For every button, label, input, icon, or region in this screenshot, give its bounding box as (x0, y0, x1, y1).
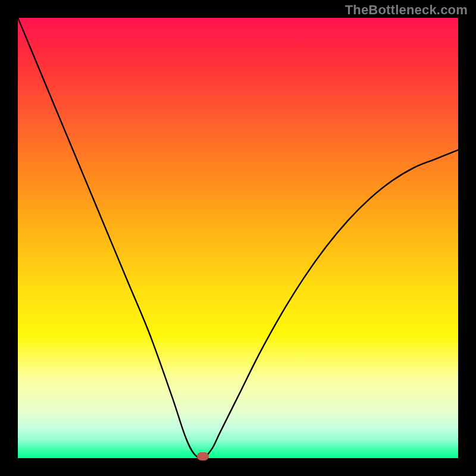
bottleneck-curve (18, 18, 458, 458)
plot-area (18, 18, 458, 458)
optimum-marker (197, 452, 209, 461)
chart-frame: TheBottleneck.com (0, 0, 476, 476)
watermark-label: TheBottleneck.com (345, 2, 468, 18)
